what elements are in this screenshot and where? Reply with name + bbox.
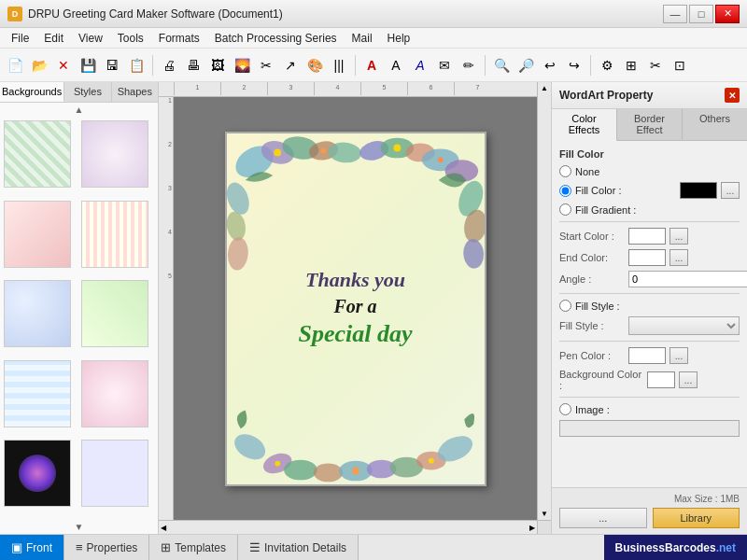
tab-border-effect[interactable]: Border Effect (617, 109, 683, 140)
thumbnail-7[interactable] (4, 360, 71, 427)
tb-cut[interactable]: ✂ (255, 54, 277, 77)
start-color-swatch[interactable] (628, 228, 666, 245)
fill-style-select[interactable] (628, 316, 740, 335)
menu-edit[interactable]: Edit (36, 30, 71, 47)
ruler-tick-7: 7 (454, 82, 500, 95)
menu-view[interactable]: View (71, 30, 110, 47)
canvas-scrollbar-vertical[interactable]: ▲ ▼ (537, 82, 551, 520)
canvas-inner[interactable]: Thanks you For a Special day (174, 97, 537, 520)
bg-color-label: Background Color : (559, 369, 643, 391)
tb-undo[interactable]: ↩ (539, 54, 561, 77)
library-button[interactable]: Library (653, 508, 740, 528)
radio-none[interactable] (559, 165, 571, 177)
end-color-label: End Color: (559, 252, 625, 263)
biz-text1: BusinessBarcodes (615, 541, 716, 554)
tb-print2[interactable]: 🖶 (182, 54, 204, 77)
tb-open[interactable]: 📂 (28, 54, 50, 77)
thumbnail-5[interactable] (4, 280, 71, 347)
bg-color-picker-button[interactable]: ... (679, 371, 698, 388)
end-color-swatch[interactable] (628, 249, 666, 266)
tb-zoom-in[interactable]: 🔍 (490, 54, 513, 77)
tb-misc4[interactable]: ⊡ (669, 54, 691, 77)
thumbnail-4[interactable] (81, 201, 148, 268)
tb-redo[interactable]: ↪ (563, 54, 585, 77)
tab-styles[interactable]: Styles (64, 82, 111, 102)
bg-color-swatch[interactable] (647, 371, 675, 388)
tb-close[interactable]: ✕ (52, 54, 75, 77)
thumbnail-3[interactable] (4, 201, 71, 268)
radio-fill-color-label: Fill Color : (575, 185, 676, 196)
tb-barcode[interactable]: ||| (328, 54, 350, 77)
bottom-tab-invitation[interactable]: ☰ Invitation Details (238, 535, 359, 560)
tb-zoom-out[interactable]: 🔎 (514, 54, 537, 77)
menu-batch[interactable]: Batch Processing Series (207, 30, 345, 47)
menu-mail[interactable]: Mail (345, 30, 380, 47)
radio-fill-gradient[interactable] (559, 203, 571, 216)
menu-tools[interactable]: Tools (110, 30, 151, 47)
radio-fill-gradient-label: Fill Gradient : (575, 204, 740, 216)
minimize-button[interactable]: — (663, 5, 687, 23)
tb-text2[interactable]: A (385, 54, 407, 77)
fill-color-picker-button[interactable]: ... (721, 182, 740, 199)
bottom-tab-front[interactable]: ▣ Front (0, 535, 64, 560)
tb-misc3[interactable]: ✂ (644, 54, 667, 77)
tb-img2[interactable]: 🌄 (231, 54, 253, 77)
scroll-right-icon[interactable]: ▶ (529, 524, 535, 532)
tb-misc1[interactable]: ⚙ (596, 54, 618, 77)
fill-color-swatch[interactable] (680, 182, 717, 199)
image-path-input[interactable] (559, 420, 740, 437)
tab-color-effects[interactable]: Color Effects (552, 109, 617, 141)
end-color-picker-button[interactable]: ... (669, 249, 688, 266)
tab-backgrounds[interactable]: Backgrounds (0, 82, 64, 102)
panel-close-button[interactable]: ✕ (725, 88, 740, 103)
tb-print[interactable]: 🖨 (158, 54, 180, 77)
radio-image[interactable] (559, 403, 571, 415)
footer-dots-button[interactable]: ... (559, 508, 647, 528)
thumbnail-6[interactable] (81, 280, 148, 347)
scroll-left-icon[interactable]: ◀ (161, 524, 166, 532)
thumbnail-2[interactable] (81, 120, 148, 188)
tb-email[interactable]: ✉ (433, 54, 456, 77)
fill-style-row: Fill Style : (559, 316, 740, 335)
radio-fill-style[interactable] (559, 300, 571, 312)
tab-others[interactable]: Others (683, 109, 747, 140)
radio-row-fill-color: Fill Color : ... (559, 182, 740, 199)
tb-color[interactable]: 🎨 (303, 54, 326, 77)
pen-color-swatch[interactable] (628, 347, 666, 364)
thumbnail-9[interactable] (4, 440, 71, 507)
tb-arrow[interactable]: ↗ (279, 54, 302, 77)
tab-shapes[interactable]: Shapes (112, 82, 158, 102)
scroll-down-arrow[interactable]: ▼ (0, 520, 158, 534)
angle-input[interactable] (628, 271, 747, 287)
thumbnail-10[interactable] (81, 440, 148, 507)
menu-help[interactable]: Help (380, 30, 418, 47)
thumbnail-8[interactable] (81, 360, 148, 427)
tb-save2[interactable]: 📋 (125, 54, 148, 77)
thumbnail-1[interactable] (4, 120, 71, 188)
canvas-scrollbar-horizontal[interactable]: ◀ ▶ (159, 520, 537, 534)
tb-save-as[interactable]: 🖫 (101, 54, 123, 77)
tb-new[interactable]: 📄 (4, 54, 26, 77)
tb-wordart[interactable]: A (409, 54, 431, 77)
pen-color-picker-button[interactable]: ... (669, 347, 688, 364)
maximize-button[interactable]: □ (689, 5, 713, 23)
menu-file[interactable]: File (4, 30, 36, 47)
scroll-up-icon[interactable]: ▲ (541, 84, 548, 92)
close-button[interactable]: ✕ (715, 5, 740, 23)
divider-4 (559, 397, 740, 398)
radio-fill-color[interactable] (559, 185, 571, 197)
ruler-tick-3: 3 (267, 82, 314, 95)
tb-misc2[interactable]: ⊞ (620, 54, 642, 77)
tb-text[interactable]: A (360, 54, 383, 77)
tb-save[interactable]: 💾 (77, 54, 99, 77)
menu-formats[interactable]: Formats (151, 30, 207, 47)
scroll-up-arrow[interactable]: ▲ (0, 103, 158, 117)
tb-img[interactable]: 🖼 (206, 54, 229, 77)
start-color-picker-button[interactable]: ... (669, 228, 688, 245)
bottom-tab-properties[interactable]: ≡ Properties (64, 535, 149, 560)
tb-pencil[interactable]: ✏ (458, 54, 480, 77)
bottom-tab-templates[interactable]: ⊞ Templates (149, 535, 238, 560)
greeting-card[interactable]: Thanks you For a Special day (225, 132, 486, 486)
scroll-down-icon[interactable]: ▼ (541, 510, 548, 518)
toolbar-separator-2 (355, 55, 356, 76)
